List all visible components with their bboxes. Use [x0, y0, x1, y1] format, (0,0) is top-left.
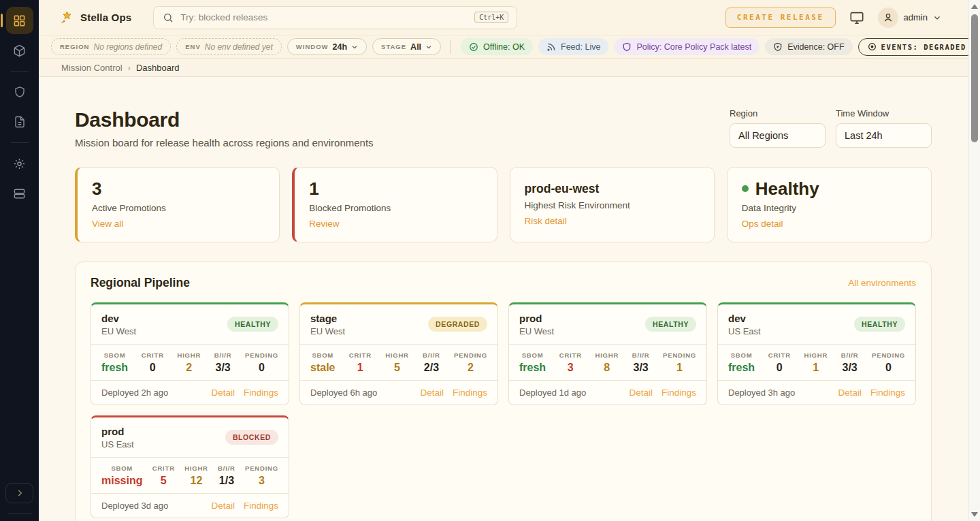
monitor-icon[interactable] — [849, 10, 864, 25]
sidebar-divider — [11, 142, 29, 143]
global-search[interactable]: Ctrl+K — [153, 6, 517, 29]
metric-highr: HIGHR5 — [385, 351, 409, 374]
detail-link[interactable]: Detail — [211, 501, 235, 511]
metric-sbom: SBOMfresh — [519, 351, 546, 374]
deployed-timestamp: Deployed 6h ago — [310, 388, 377, 398]
stat-label: Data Integrity — [742, 203, 917, 213]
app-title: Stella Ops — [80, 12, 131, 23]
deployed-timestamp: Deployed 2h ago — [101, 388, 168, 398]
status-badge: HEALTHY — [854, 317, 905, 332]
page-filters: Region All Regions Time Window Last 24h — [730, 108, 932, 148]
stage-filter-pill[interactable]: STAGE All — [372, 38, 441, 55]
pipeline-grid: dev EU West HEALTHY SBOMfresh CRITR0 HIG… — [91, 302, 916, 518]
metric-bir: B/I/R1/3 — [218, 464, 235, 487]
server-stack-icon — [13, 187, 26, 200]
user-menu[interactable]: admin — [878, 7, 941, 28]
environment-name: dev — [101, 313, 136, 324]
metric-highr: HIGHR2 — [178, 351, 201, 374]
region-filter-pill[interactable]: REGION No regions defined — [51, 38, 171, 55]
metric-pending: PENDING3 — [245, 464, 278, 487]
findings-link[interactable]: Findings — [870, 388, 905, 398]
detail-link[interactable]: Detail — [211, 388, 235, 398]
environment-region: US East — [101, 439, 134, 449]
sidebar-expand-button[interactable] — [5, 483, 33, 503]
status-badge: HEALTHY — [227, 317, 278, 332]
chevron-down-icon — [351, 44, 358, 50]
region-select[interactable]: All Regions — [730, 123, 826, 148]
environment-region: US East — [728, 326, 761, 336]
metric-pending: PENDING0 — [872, 351, 905, 374]
page-header: Dashboard Mission board for release heal… — [75, 108, 932, 148]
scrollbar-thumb[interactable] — [971, 14, 978, 142]
shield-icon — [14, 86, 26, 98]
environment-name: dev — [728, 313, 761, 324]
events-badge-text: EVENTS: DEGRADED — [881, 43, 966, 51]
sidebar-item-dashboard[interactable] — [6, 7, 33, 34]
create-release-button[interactable]: CREATE RELEASE — [725, 7, 836, 28]
user-name: admin — [904, 12, 928, 22]
metric-critr: CRITR1 — [349, 351, 372, 374]
findings-link[interactable]: Findings — [244, 388, 278, 398]
window-filter-label: WINDOW — [296, 43, 329, 50]
sidebar-item-releases[interactable] — [6, 37, 33, 64]
time-window-select[interactable]: Last 24h — [836, 123, 932, 148]
search-icon — [163, 12, 174, 23]
metric-pending: PENDING0 — [245, 351, 278, 374]
detail-link[interactable]: Detail — [838, 388, 862, 398]
scrollbar-up-arrow[interactable] — [971, 4, 978, 9]
chevron-down-icon — [933, 14, 941, 22]
sidebar-item-security[interactable] — [6, 78, 33, 106]
keyboard-shortcut-badge: Ctrl+K — [474, 12, 508, 23]
env-filter-pill[interactable]: ENV No env defined yet — [176, 38, 282, 55]
app-window: Stella Ops Ctrl+K CREATE RELEASE ad — [0, 0, 980, 521]
search-input[interactable] — [180, 12, 468, 22]
findings-link[interactable]: Findings — [453, 388, 487, 398]
stat-cards: 3 Active Promotions View all 1 Blocked P… — [75, 167, 932, 242]
status-badge: DEGRADED — [428, 317, 487, 332]
environment-region: EU West — [310, 326, 345, 336]
vertical-scrollbar[interactable] — [968, 0, 980, 521]
environment-name: prod — [101, 426, 134, 437]
metric-pending: PENDING2 — [454, 351, 487, 374]
content-shell: Stella Ops Ctrl+K CREATE RELEASE ad — [39, 0, 968, 521]
env-filter-value: No env defined yet — [205, 42, 273, 52]
review-link[interactable]: Review — [309, 219, 339, 229]
sidebar-item-documents[interactable] — [6, 108, 33, 136]
view-all-link[interactable]: View all — [92, 219, 123, 229]
scrollbar-down-arrow[interactable] — [971, 512, 978, 517]
breadcrumb-mission-control[interactable]: Mission Control — [61, 63, 122, 73]
stat-label: Active Promotions — [92, 203, 265, 213]
stage-filter-value: All — [410, 42, 421, 52]
findings-link[interactable]: Findings — [662, 388, 696, 398]
metric-critr: CRITR0 — [142, 351, 164, 374]
sidebar-item-infrastructure[interactable] — [6, 180, 33, 207]
top-bar-actions: CREATE RELEASE admin — [725, 7, 941, 28]
all-environments-link[interactable]: All environments — [848, 278, 916, 288]
findings-link[interactable]: Findings — [244, 501, 278, 511]
feed-status-text: Feed: Live — [561, 42, 600, 52]
stat-card-highest-risk: prod-eu-west Highest Risk Environment Ri… — [510, 167, 715, 242]
metric-highr: HIGHR1 — [804, 351, 828, 374]
window-filter-pill[interactable]: WINDOW 24h — [287, 38, 367, 55]
context-bar: REGION No regions defined ENV No env def… — [39, 35, 968, 59]
stat-value: 1 — [309, 179, 482, 199]
check-circle-icon — [469, 42, 478, 52]
stat-card-blocked-promotions: 1 Blocked Promotions Review — [292, 167, 497, 242]
target-dot-icon — [868, 42, 877, 51]
events-degraded-badge[interactable]: EVENTS: DEGRADED — [858, 38, 976, 56]
page-title: Dashboard — [75, 108, 374, 131]
stat-card-data-integrity: Healthy Data Integrity Ops detail — [727, 167, 932, 242]
detail-link[interactable]: Detail — [420, 388, 444, 398]
page-subtitle: Mission board for release health across … — [75, 137, 374, 148]
policy-status-text: Policy: Core Policy Pack latest — [636, 42, 751, 52]
evidence-status-chip: Evidence: OFF — [765, 38, 852, 55]
breadcrumb-separator: › — [128, 63, 131, 73]
pipeline-card-dev-us-east: dev US East HEALTHY SBOMfresh CRITR0 HIG… — [717, 302, 916, 405]
detail-link[interactable]: Detail — [629, 388, 653, 398]
sidebar-item-settings[interactable] — [6, 150, 33, 177]
regional-pipeline-panel: Regional Pipeline All environments dev E… — [75, 262, 932, 521]
risk-detail-link[interactable]: Risk detail — [525, 216, 567, 226]
ops-detail-link[interactable]: Ops detail — [742, 219, 783, 229]
rss-icon — [546, 42, 556, 52]
metric-bir: B/I/R3/3 — [632, 351, 650, 374]
